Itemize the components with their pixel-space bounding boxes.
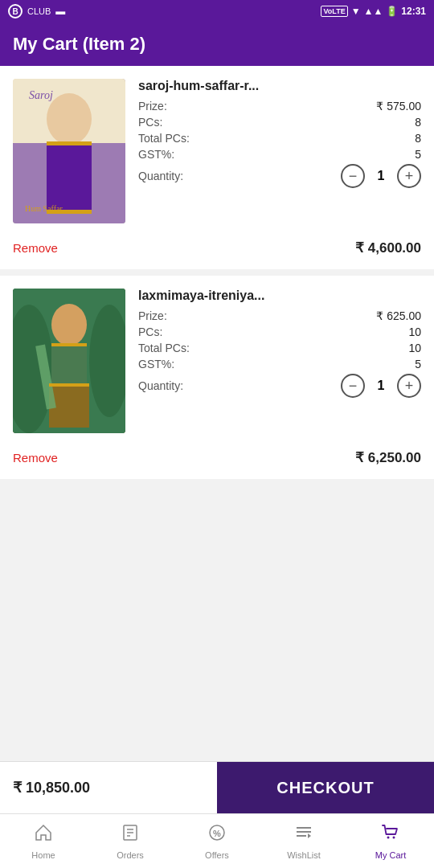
decrement-button-1[interactable]: − <box>341 164 365 188</box>
item-footer-2: Remove ₹ 6,250.00 <box>13 449 421 466</box>
nav-home[interactable]: Home <box>0 814 87 868</box>
item-row-2: laxmimaya-itreniya... Prize: ₹ 625.00 PC… <box>13 289 421 433</box>
checkout-row: ₹ 10,850.00 CHECKOUT <box>0 762 434 813</box>
wifi-icon: ▼ <box>351 6 361 17</box>
product-image-2 <box>13 289 125 433</box>
clock: 12:31 <box>401 6 426 17</box>
pcs-label-1: PCs: <box>138 116 162 129</box>
home-icon <box>34 823 53 847</box>
gst-label-2: GST%: <box>138 358 174 371</box>
quantity-value-2: 1 <box>373 379 389 393</box>
quantity-row-1: Quantity: − 1 + <box>138 164 421 188</box>
item-name-2: laxmimaya-itreniya... <box>138 289 421 303</box>
bottom-nav: Home Orders % Offers <box>0 813 434 868</box>
bottom-bar: ₹ 10,850.00 CHECKOUT Home Orders <box>0 761 434 868</box>
svg-rect-4 <box>47 141 92 145</box>
nav-orders-label: Orders <box>117 850 144 860</box>
svg-rect-13 <box>51 343 87 387</box>
decrement-button-2[interactable]: − <box>341 374 365 398</box>
b-circle-icon: B <box>8 4 23 18</box>
grand-total: ₹ 10,850.00 <box>0 762 217 813</box>
total-pcs-label-1: Total PCs: <box>138 132 190 145</box>
wishlist-icon <box>294 823 313 847</box>
svg-rect-26 <box>297 835 306 837</box>
page-header: My Cart (Item 2) <box>0 23 434 66</box>
increment-button-1[interactable]: + <box>397 164 421 188</box>
cart-container: Saroj Hum Saffar saroj-hum-saffar-r... P… <box>0 66 434 761</box>
gst-value-1: 5 <box>415 148 421 161</box>
svg-rect-16 <box>51 343 87 346</box>
prize-label-2: Prize: <box>138 309 167 322</box>
nav-mycart-label: My Cart <box>375 850 407 860</box>
item-details-1: saroj-hum-saffar-r... Prize: ₹ 575.00 PC… <box>138 79 421 223</box>
quantity-row-2: Quantity: − 1 + <box>138 374 421 398</box>
status-bar: B CLUB ▬ VoLTE ▼ ▲▲ 🔋 12:31 <box>0 0 434 23</box>
svg-rect-25 <box>297 831 311 833</box>
quantity-controls-1: − 1 + <box>341 164 421 188</box>
svg-rect-24 <box>297 827 311 829</box>
total-pcs-value-2: 10 <box>408 342 421 354</box>
product-image-1: Saroj Hum Saffar <box>13 79 125 223</box>
mycart-icon <box>381 823 400 847</box>
svg-point-29 <box>393 836 395 838</box>
svg-text:Saroj: Saroj <box>29 89 53 101</box>
total-pcs-label-2: Total PCs: <box>138 342 190 354</box>
item-footer-1: Remove ₹ 4,600.00 <box>13 240 421 256</box>
svg-point-2 <box>47 93 92 145</box>
orders-icon <box>121 823 140 847</box>
pcs-row-2: PCs: 10 <box>138 326 421 338</box>
item-total-2: ₹ 6,250.00 <box>355 449 421 466</box>
total-pcs-value-1: 8 <box>415 132 421 145</box>
item-row-1: Saroj Hum Saffar saroj-hum-saffar-r... P… <box>13 79 421 223</box>
gst-label-1: GST%: <box>138 148 174 161</box>
battery-icon: 🔋 <box>386 6 398 17</box>
svg-rect-17 <box>49 383 89 387</box>
prize-value-1: ₹ 575.00 <box>376 100 421 113</box>
svg-point-28 <box>387 836 390 838</box>
pcs-value-1: 8 <box>415 116 421 129</box>
total-pcs-row-2: Total PCs: 10 <box>138 342 421 354</box>
svg-rect-3 <box>47 141 92 214</box>
cart-item-1: Saroj Hum Saffar saroj-hum-saffar-r... P… <box>0 66 434 269</box>
status-left-icons: B CLUB ▬ <box>8 4 65 18</box>
nav-mycart[interactable]: My Cart <box>347 814 434 868</box>
svg-point-12 <box>51 304 87 346</box>
remove-button-1[interactable]: Remove <box>13 241 58 255</box>
increment-button-2[interactable]: + <box>397 374 421 398</box>
prize-value-2: ₹ 625.00 <box>376 309 421 322</box>
cart-item-2: laxmimaya-itreniya... Prize: ₹ 625.00 PC… <box>0 276 434 479</box>
pcs-label-2: PCs: <box>138 326 162 338</box>
offers-icon: % <box>207 823 227 847</box>
gst-value-2: 5 <box>415 358 421 371</box>
pcs-row-1: PCs: 8 <box>138 116 421 129</box>
item-name-1: saroj-hum-saffar-r... <box>138 79 421 93</box>
volte-icon: VoLTE <box>321 6 347 17</box>
quantity-controls-2: − 1 + <box>341 374 421 398</box>
signal-icon: ▲▲ <box>364 6 383 17</box>
nav-wishlist[interactable]: WishList <box>260 814 347 868</box>
prize-label-1: Prize: <box>138 100 167 113</box>
gst-row-2: GST%: 5 <box>138 358 421 371</box>
status-right-icons: VoLTE ▼ ▲▲ 🔋 12:31 <box>321 6 426 17</box>
club-text: CLUB <box>27 6 51 16</box>
prize-row-1: Prize: ₹ 575.00 <box>138 100 421 113</box>
remove-button-2[interactable]: Remove <box>13 451 58 465</box>
quantity-label-2: Quantity: <box>138 379 183 392</box>
svg-marker-27 <box>308 833 311 838</box>
total-pcs-row-1: Total PCs: 8 <box>138 132 421 145</box>
page-title: My Cart (Item 2) <box>13 34 145 54</box>
nav-offers[interactable]: % Offers <box>174 814 260 868</box>
quantity-label-1: Quantity: <box>138 170 183 182</box>
svg-text:Hum Saffar: Hum Saffar <box>25 204 63 213</box>
quantity-value-1: 1 <box>373 169 389 183</box>
screen-icon: ▬ <box>55 6 65 17</box>
item-total-1: ₹ 4,600.00 <box>355 240 421 256</box>
item-details-2: laxmimaya-itreniya... Prize: ₹ 625.00 PC… <box>138 289 421 433</box>
svg-text:%: % <box>213 829 221 838</box>
nav-wishlist-label: WishList <box>287 850 321 860</box>
checkout-button[interactable]: CHECKOUT <box>217 762 434 813</box>
nav-orders[interactable]: Orders <box>87 814 174 868</box>
gst-row-1: GST%: 5 <box>138 148 421 161</box>
nav-home-label: Home <box>31 850 55 860</box>
prize-row-2: Prize: ₹ 625.00 <box>138 309 421 322</box>
